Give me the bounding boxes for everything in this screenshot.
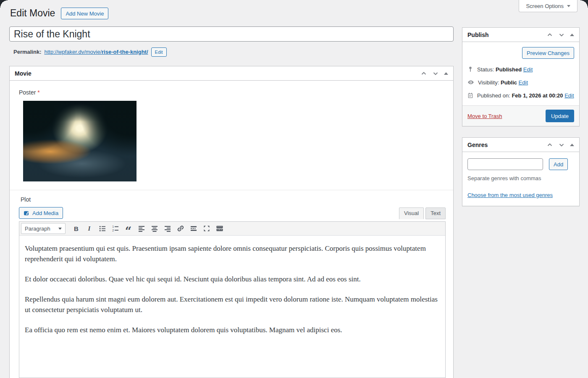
bulleted-list-icon [98,224,107,233]
sidebar: Publish Preview Changes Status: Publishe… [462,27,580,206]
edit-status-link[interactable]: Edit [523,66,533,73]
preview-changes-button[interactable]: Preview Changes [522,47,574,59]
link-button[interactable] [174,223,186,234]
genres-metabox-controls [546,142,574,148]
move-down-icon[interactable] [558,32,565,38]
plot-field: Plot Add Media Visual Text Paragraph [10,190,453,378]
pin-icon [467,66,473,73]
move-up-icon[interactable] [546,32,553,38]
bulleted-list-button[interactable] [96,223,108,234]
add-media-button[interactable]: Add Media [19,207,63,219]
editor-mode-tabs: Visual Text [399,207,446,219]
publish-metabox-header[interactable]: Publish [462,28,579,42]
plot-editor-content[interactable]: Voluptatem praesentium qui est quis. Pra… [19,236,445,378]
movie-metabox-controls [420,70,448,77]
genres-metabox-title: Genres [467,142,488,148]
blockquote-button[interactable]: “ [122,223,134,234]
align-center-button[interactable] [148,223,160,234]
permalink-label: Permalink: [13,49,41,55]
blockquote-icon: “ [125,230,132,233]
align-right-icon [163,224,172,233]
editor-toolbar: Paragraph B I 12 “ [19,222,445,236]
bold-button[interactable]: B [70,223,82,234]
plot-paragraph: Et dolor occaecati doloribus. Quae vel h… [25,274,440,285]
plot-editor: Paragraph B I 12 “ V [19,221,446,378]
move-up-icon[interactable] [420,70,427,77]
visibility-label: Visibility: [478,79,499,86]
genres-help-text: Separate genres with commas [467,175,574,181]
collapse-toggle-icon[interactable] [444,72,448,75]
post-title-input[interactable] [9,26,454,42]
publish-metabox: Publish Preview Changes Status: Publishe… [462,27,580,126]
publish-metabox-title: Publish [467,32,489,38]
required-asterisk: * [37,89,39,96]
editor-tools: Add Media Visual Text [19,207,446,219]
window-corner-right [580,0,588,8]
most-used-genres-link[interactable]: Choose from the most used genres [467,192,553,198]
align-right-button[interactable] [161,223,173,234]
publish-actions: Move to Trash Update [462,105,579,126]
move-down-icon[interactable] [432,70,439,77]
status-value: Published [496,66,522,73]
align-center-icon [150,224,159,233]
toolbar-toggle-icon [215,224,224,233]
page-header: Edit Movie Add New Movie [10,7,454,20]
svg-text:2: 2 [112,229,114,232]
tab-text[interactable]: Text [425,207,446,219]
fullscreen-button[interactable] [200,223,213,234]
eye-icon [467,79,474,86]
edit-published-link[interactable]: Edit [564,92,574,99]
movie-metabox-header[interactable]: Movie [10,66,453,81]
new-genre-input[interactable] [467,158,543,170]
plot-paragraph: Voluptatem praesentium qui est quis. Pra… [25,244,440,265]
main-content: Edit Movie Add New Movie Permalink: http… [9,0,454,378]
poster-field: Poster * [10,81,453,190]
screen-options-label: Screen Options [526,3,564,9]
bold-icon: B [74,225,79,232]
collapse-toggle-icon[interactable] [570,34,574,36]
window-corner-left [0,0,8,8]
genres-metabox: Genres Add Separate genres with commas C… [462,137,580,206]
page-title: Edit Movie [10,7,55,20]
status-row: Status: Published Edit [462,66,579,73]
fullscreen-icon [202,224,211,233]
published-on-label: Published on: [477,92,510,99]
calendar-icon [467,92,473,99]
add-new-movie-button[interactable]: Add New Movie [61,8,108,19]
read-more-icon [189,224,198,233]
permalink-url-link[interactable]: http://wpfaker.dv/movie/rise-of-the-knig… [44,49,148,55]
paragraph-format-select[interactable]: Paragraph [21,223,66,234]
collapse-toggle-icon[interactable] [570,144,574,146]
published-on-row: Published on: Feb 1, 2026 at 00:20 Edit [462,92,579,99]
poster-label: Poster * [19,89,444,96]
movie-metabox-title: Movie [15,70,32,77]
align-left-icon [137,224,146,233]
status-label: Status: [477,66,494,73]
visibility-row: Visibility: Public Edit [462,79,579,86]
poster-image[interactable] [23,101,136,181]
edit-permalink-button[interactable]: Edit [151,47,167,57]
screen-options-tab[interactable]: Screen Options [519,0,578,12]
plot-paragraph: Repellendus quia harum sint magni eum do… [25,294,440,315]
media-icon [24,210,30,216]
publish-metabox-controls [546,32,574,38]
toolbar-toggle-button[interactable] [213,223,226,234]
published-on-value: Feb 1, 2026 at 00:20 [512,92,563,99]
move-to-trash-link[interactable]: Move to Trash [467,113,502,119]
visibility-value: Public [501,79,517,86]
plot-paragraph: Ea officia quo rem est nemo enim et. Mai… [25,325,440,336]
genres-body: Add Separate genres with commas Choose f… [462,152,579,206]
chevron-down-icon [567,5,570,7]
move-up-icon[interactable] [546,142,553,148]
read-more-button[interactable] [187,223,200,234]
genres-metabox-header[interactable]: Genres [462,138,579,152]
move-down-icon[interactable] [558,142,565,148]
chevron-down-icon [58,228,62,230]
numbered-list-button[interactable]: 12 [109,223,121,234]
update-button[interactable]: Update [546,110,574,122]
align-left-button[interactable] [135,223,147,234]
italic-button[interactable]: I [83,223,95,234]
add-genre-button[interactable]: Add [549,158,568,170]
edit-visibility-link[interactable]: Edit [519,79,528,86]
tab-visual[interactable]: Visual [399,207,424,219]
